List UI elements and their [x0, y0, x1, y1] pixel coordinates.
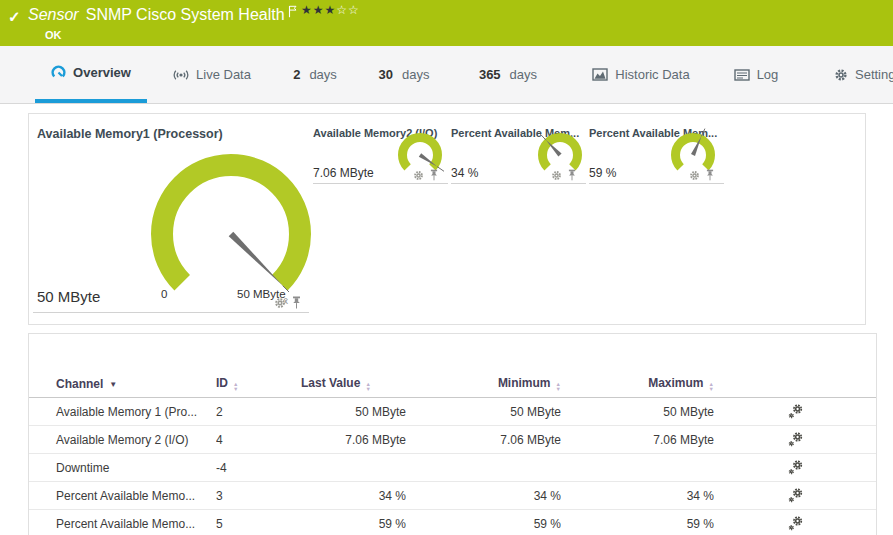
table-row[interactable]: Percent Available Memo... 3 34 % 34 % 34…	[29, 482, 876, 510]
pin-icon[interactable]	[568, 169, 576, 181]
tab-number: 365	[479, 67, 501, 82]
cell-edit	[714, 398, 876, 426]
tab-2-days[interactable]: 2days	[283, 46, 347, 103]
tab-label: days	[402, 67, 429, 82]
channel-settings-icon[interactable]	[788, 488, 803, 503]
channel-settings-icon[interactable]	[788, 432, 803, 447]
live-data-icon	[173, 68, 189, 82]
table-row[interactable]: Downtime -4	[29, 454, 876, 482]
gauge-primary: Available Memory1 (Processor) x̄ 0 50 MB…	[33, 120, 309, 313]
table-header-row: Channel▼ ID▲▼ Last Value▲▼ Minimum▲▼ Max…	[29, 370, 876, 398]
prtg-sensor-page: ✓ SensorSNMP Cisco System Health ★★★☆☆ O…	[0, 0, 893, 535]
cell-edit	[714, 510, 876, 535]
gear-icon[interactable]	[274, 297, 286, 309]
tab-label: Historic Data	[615, 67, 689, 82]
column-header-maximum[interactable]: Maximum▲▼	[561, 370, 714, 398]
table-row[interactable]: Percent Available Memo... 5 59 % 59 % 59…	[29, 510, 876, 535]
column-header-channel[interactable]: Channel▼	[29, 370, 216, 398]
tab-live-data[interactable]: Live Data	[160, 46, 264, 103]
column-header-edit	[714, 370, 876, 398]
sort-icon: ▲▼	[365, 382, 370, 391]
channel-settings-icon[interactable]	[788, 460, 803, 475]
cell-minimum: 7.06 MByte	[406, 426, 561, 454]
gauge-secondary-3: Percent Available Mem... 59 %	[589, 120, 724, 184]
cell-minimum: 34 %	[406, 482, 561, 510]
gear-icon[interactable]	[689, 170, 700, 181]
cell-last-value: 59 %	[301, 510, 406, 535]
channel-table: Channel▼ ID▲▼ Last Value▲▼ Minimum▲▼ Max…	[29, 370, 876, 535]
column-header-id[interactable]: ID▲▼	[216, 370, 301, 398]
tab-365-days[interactable]: 365days	[466, 46, 550, 103]
cell-maximum: 34 %	[561, 482, 714, 510]
gauge-secondary-1: Available Memory2 (I/O) 7.06 MByte	[313, 120, 448, 184]
tab-label: Settings	[855, 67, 893, 82]
gauge-value: 7.06 MByte	[313, 166, 374, 180]
gauge-dial: x̄	[141, 142, 341, 312]
gauge-actions	[551, 169, 576, 181]
tab-historic-data[interactable]: Historic Data	[583, 46, 699, 103]
tab-settings[interactable]: Settings	[822, 46, 893, 103]
cell-maximum: 7.06 MByte	[561, 426, 714, 454]
cell-edit	[714, 482, 876, 510]
column-header-last-value[interactable]: Last Value▲▼	[301, 370, 406, 398]
sort-icon: ▲▼	[233, 382, 238, 391]
cell-last-value: 50 MByte	[301, 398, 406, 426]
cell-id: 4	[216, 426, 301, 454]
cell-channel: Downtime	[29, 454, 216, 482]
pin-icon[interactable]	[706, 169, 714, 181]
tab-bar: Overview Live Data 2days 30days 365days …	[0, 46, 893, 104]
gauge-title: Percent Available Mem...	[451, 127, 579, 139]
status-badge: OK	[45, 29, 62, 41]
gauge-value: 50 MByte	[37, 288, 100, 305]
tab-number: 30	[379, 67, 393, 82]
tab-overview[interactable]: Overview	[35, 46, 147, 103]
cell-maximum: 59 %	[561, 510, 714, 535]
cell-maximum: 50 MByte	[561, 398, 714, 426]
cell-minimum	[406, 454, 561, 482]
star-icon: ★	[325, 3, 337, 17]
tab-30-days[interactable]: 30days	[368, 46, 440, 103]
check-icon: ✓	[8, 8, 21, 26]
cell-minimum: 59 %	[406, 510, 561, 535]
table-row[interactable]: Available Memory 2 (I/O) 4 7.06 MByte 7.…	[29, 426, 876, 454]
cell-maximum	[561, 454, 714, 482]
channel-settings-icon[interactable]	[788, 404, 803, 419]
cell-edit	[714, 454, 876, 482]
channel-settings-icon[interactable]	[788, 516, 803, 531]
gear-icon[interactable]	[413, 170, 424, 181]
gauge-icon	[51, 65, 66, 80]
priority-stars[interactable]: ★★★☆☆	[301, 3, 360, 17]
gauge-scale-min: 0	[161, 288, 167, 300]
gauge-title: Available Memory1 (Processor)	[37, 127, 223, 141]
gauge-actions	[413, 169, 438, 181]
cell-id: 3	[216, 482, 301, 510]
cell-id: 5	[216, 510, 301, 535]
tab-label: days	[510, 67, 537, 82]
sensor-title-line: SensorSNMP Cisco System Health	[28, 6, 285, 24]
sort-desc-icon: ▼	[109, 380, 117, 389]
channel-table-body: Available Memory 1 (Pro... 2 50 MByte 50…	[29, 398, 876, 535]
cell-id: 2	[216, 398, 301, 426]
gauge-secondary-2: Percent Available Mem... 34 %	[451, 120, 586, 184]
tab-label: days	[309, 67, 336, 82]
settings-gear-icon	[834, 68, 848, 82]
pin-icon[interactable]	[430, 169, 438, 181]
table-row[interactable]: Available Memory 1 (Pro... 2 50 MByte 50…	[29, 398, 876, 426]
cell-last-value: 7.06 MByte	[301, 426, 406, 454]
log-icon	[734, 69, 750, 81]
cell-channel: Available Memory 1 (Pro...	[29, 398, 216, 426]
star-icon: ★	[301, 3, 313, 17]
gauge-title: Available Memory2 (I/O)	[313, 127, 437, 139]
gauge-title: Percent Available Mem...	[589, 127, 717, 139]
tab-label: Overview	[73, 65, 131, 80]
tab-log[interactable]: Log	[728, 46, 784, 103]
gauges-panel: Available Memory1 (Processor) x̄ 0 50 MB…	[28, 113, 866, 325]
sensor-type-label: Sensor	[28, 6, 79, 23]
gear-icon[interactable]	[551, 170, 562, 181]
tab-label: Live Data	[196, 67, 251, 82]
cell-channel: Percent Available Memo...	[29, 482, 216, 510]
column-header-minimum[interactable]: Minimum▲▼	[406, 370, 561, 398]
pin-icon[interactable]	[292, 296, 301, 309]
sort-icon: ▲▼	[556, 382, 561, 391]
gauge-value: 59 %	[589, 166, 616, 180]
